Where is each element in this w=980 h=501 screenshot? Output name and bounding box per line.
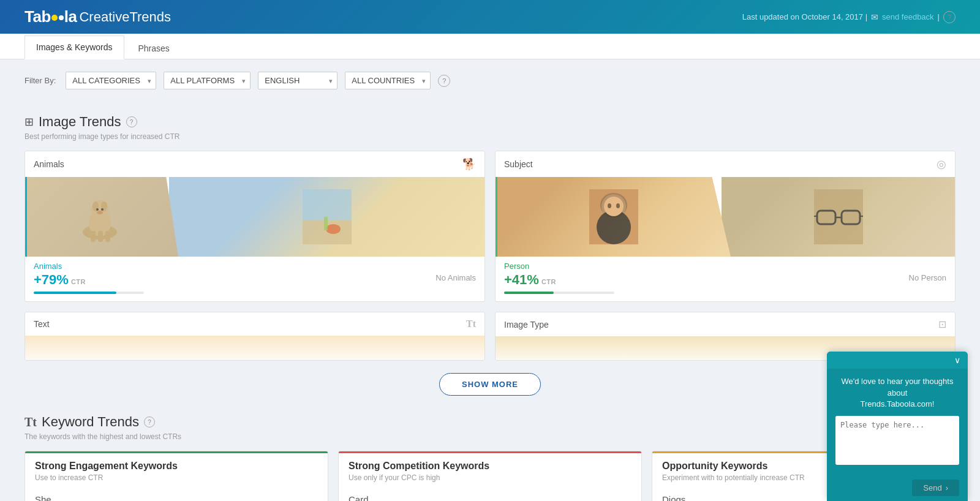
keyword-trends-section: Tt Keyword Trends ? The keywords with th…	[24, 414, 956, 501]
text-card-header: Text Tt	[25, 312, 484, 336]
tab-phrases[interactable]: Phrases	[127, 37, 181, 59]
image-trends-help[interactable]: ?	[126, 116, 137, 127]
svg-point-6	[101, 208, 104, 211]
svg-rect-10	[105, 231, 110, 242]
subject-ctr-bar-wrap	[504, 292, 614, 294]
engagement-header: Strong Engagement Keywords Use to increa…	[25, 451, 328, 487]
subject-images	[496, 177, 955, 257]
subject-card-icon: ◎	[937, 157, 946, 171]
keyword-card-engagement: Strong Engagement Keywords Use to increa…	[24, 451, 328, 501]
svg-rect-9	[98, 231, 103, 242]
subject-ctr-row: +41% CTR	[504, 272, 614, 288]
subject-ctr-bar	[504, 292, 554, 294]
header: Tabla CreativeTrends Last updated on Oct…	[0, 0, 980, 34]
text-card-title: Text	[34, 319, 50, 329]
feedback-textarea[interactable]	[835, 416, 959, 465]
subject-loser: No Person	[909, 273, 946, 282]
image-trends-subtitle: Best performing image types for increase…	[24, 132, 956, 141]
animals-images	[25, 177, 484, 257]
animals-loser: No Animals	[435, 273, 476, 282]
animals-card-title: Animals	[34, 159, 64, 169]
mail-icon: ✉	[871, 12, 878, 22]
tabs-bar: Images & Keywords Phrases	[0, 34, 980, 59]
feedback-footer: Send ›	[827, 475, 968, 501]
svg-rect-12	[303, 189, 352, 220]
feedback-widget: ∨ We'd love to hear your thoughts aboutT…	[827, 352, 968, 501]
keyword-trends-help[interactable]: ?	[144, 416, 155, 428]
feedback-body: We'd love to hear your thoughts aboutTre…	[827, 369, 968, 475]
show-more-button[interactable]: SHOW MORE	[439, 373, 541, 396]
countries-select[interactable]: ALL COUNTRIES	[345, 72, 431, 89]
image-type-card-title: Image Type	[504, 320, 549, 330]
trend-card-text: Text Tt	[24, 312, 485, 361]
partial-cards-grid: Text Tt Image Type ⊡	[24, 312, 956, 361]
last-updated-text: Last updated on October 14, 2017 |	[742, 12, 867, 21]
svg-point-21	[616, 203, 620, 208]
subject-winner: Person	[504, 262, 614, 271]
categories-select[interactable]: ALL CATEGORIES	[66, 72, 156, 89]
feedback-toggle-arrow: ∨	[954, 355, 960, 365]
filter-help-icon[interactable]: ?	[438, 75, 450, 87]
feedback-send-icon: ›	[946, 483, 948, 492]
svg-point-5	[96, 208, 99, 211]
engagement-word: She	[35, 494, 318, 501]
svg-point-20	[608, 203, 611, 208]
language-select-wrapper: ENGLISH	[258, 72, 337, 89]
animals-ctr-bar	[34, 292, 116, 294]
keyword-cards-grid: Strong Engagement Keywords Use to increa…	[24, 451, 956, 501]
image-type-card-icon: ⊡	[938, 318, 946, 330]
keyword-trends-title: Keyword Trends	[42, 414, 139, 430]
tab-images-keywords[interactable]: Images & Keywords	[24, 36, 124, 59]
competition-body: Card	[339, 487, 641, 501]
feedback-send-label: Send	[923, 483, 941, 492]
animals-ctr-value: +79%	[34, 272, 69, 288]
subject-card-header: Subject ◎	[496, 151, 955, 177]
animals-image-left	[27, 177, 178, 257]
trend-card-subject: Subject ◎	[495, 151, 956, 302]
subject-card-footer: Person +41% CTR No Person	[496, 257, 955, 301]
text-card-image	[25, 336, 484, 361]
subject-image-right	[722, 177, 955, 257]
header-right: Last updated on October 14, 2017 | ✉ sen…	[742, 11, 956, 23]
engagement-title: Strong Engagement Keywords	[35, 461, 318, 472]
language-select[interactable]: ENGLISH	[258, 72, 337, 89]
animals-ctr-row: +79% CTR	[34, 272, 144, 288]
filter-label: Filter By:	[24, 76, 56, 85]
text-card-icon: Tt	[466, 318, 476, 330]
svg-point-19	[604, 197, 624, 216]
animals-card-header: Animals 🐕	[25, 151, 484, 177]
engagement-body: She	[25, 487, 328, 501]
competition-word: Card	[349, 494, 631, 501]
animals-winner: Animals	[34, 262, 144, 271]
feedback-toggle[interactable]: ∨	[827, 352, 968, 369]
countries-select-wrapper: ALL COUNTRIES	[345, 72, 431, 89]
subject-ctr-text: CTR	[541, 278, 556, 285]
competition-header: Strong Competition Keywords Use only if …	[339, 451, 641, 487]
header-help-icon[interactable]: ?	[943, 11, 956, 23]
subject-ctr-value: +41%	[504, 272, 539, 288]
svg-rect-14	[324, 217, 328, 230]
animals-card-footer: Animals +79% CTR No Animals	[25, 257, 484, 301]
logo-area: Tabla CreativeTrends	[24, 7, 171, 26]
filter-bar: Filter By: ALL CATEGORIES ALL PLATFORMS …	[0, 59, 980, 102]
animals-card-icon: 🐕	[462, 157, 476, 171]
feedback-send-button[interactable]: Send ›	[912, 480, 959, 496]
logo-taboola: Tabla	[24, 7, 77, 26]
animals-ctr-bar-wrap	[34, 292, 144, 294]
trend-cards-grid: Animals 🐕	[24, 151, 956, 302]
trend-card-animals: Animals 🐕	[24, 151, 485, 302]
subject-image-left	[497, 177, 731, 257]
image-trends-title: Image Trends	[39, 114, 121, 130]
platforms-select-wrapper: ALL PLATFORMS	[164, 72, 251, 89]
image-trends-header: ⊞ Image Trends ?	[24, 114, 956, 130]
svg-point-7	[97, 211, 103, 214]
header-separator: |	[938, 12, 940, 21]
platforms-select[interactable]: ALL PLATFORMS	[164, 72, 251, 89]
send-feedback-link[interactable]: send feedback	[882, 12, 934, 21]
logo-creative: CreativeTrends	[79, 9, 171, 25]
image-type-card-header: Image Type ⊡	[496, 312, 955, 336]
subject-card-title: Subject	[504, 159, 533, 169]
subject-footer-left: Person +41% CTR	[504, 262, 614, 294]
keyword-trends-subtitle: The keywords with the highest and lowest…	[24, 432, 956, 441]
feedback-title: We'd love to hear your thoughts aboutTre…	[835, 376, 959, 410]
